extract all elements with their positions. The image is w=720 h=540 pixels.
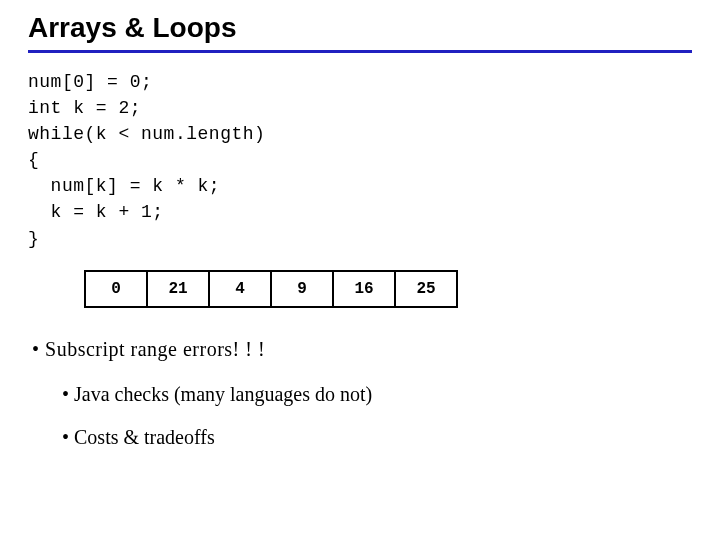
- array-row: 0 21 4 9 16 25: [85, 271, 457, 307]
- array-table: 0 21 4 9 16 25: [84, 270, 458, 308]
- slide: Arrays & Loops num[0] = 0; int k = 2; wh…: [0, 0, 720, 540]
- array-cell: 21: [147, 271, 209, 307]
- code-block: num[0] = 0; int k = 2; while(k < num.len…: [28, 69, 692, 252]
- bullets-list: • Subscript range errors! ! ! • Java che…: [28, 332, 692, 455]
- array-cell: 9: [271, 271, 333, 307]
- array-cell: 25: [395, 271, 457, 307]
- title-underline: [28, 50, 692, 53]
- array-cell: 0: [85, 271, 147, 307]
- bullet-costs-tradeoffs: • Costs & tradeoffs: [62, 420, 692, 455]
- array-cell: 16: [333, 271, 395, 307]
- bullet-java-checks: • Java checks (many languages do not): [62, 377, 692, 412]
- slide-title: Arrays & Loops: [28, 12, 692, 44]
- bullet-subscript-errors: • Subscript range errors! ! !: [32, 332, 692, 367]
- array-cell: 4: [209, 271, 271, 307]
